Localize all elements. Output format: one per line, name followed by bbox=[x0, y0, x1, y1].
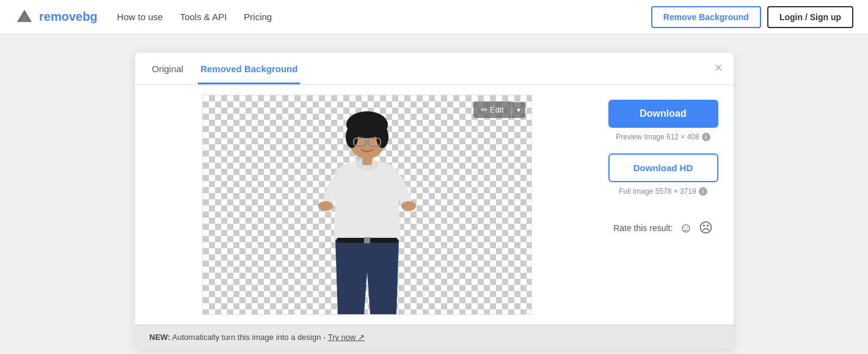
person-figure bbox=[300, 106, 434, 314]
download-hd-button[interactable]: Download HD bbox=[608, 153, 718, 182]
tab-removed-background[interactable]: Removed Background bbox=[198, 64, 300, 84]
rate-label: Rate this result: bbox=[613, 223, 673, 233]
card-body: ✏ Edit ▾ Download Preview Image 612 × 40… bbox=[135, 85, 734, 325]
person-svg bbox=[300, 106, 434, 314]
full-info-icon[interactable]: i bbox=[699, 187, 707, 196]
svg-point-4 bbox=[346, 126, 358, 148]
edit-button[interactable]: ✏ Edit bbox=[473, 101, 511, 118]
banner-text: Automatically turn this image into a des… bbox=[172, 333, 328, 342]
banner-try-now-link[interactable]: Try now ↗ bbox=[328, 333, 365, 342]
rate-happy-icon[interactable]: ☺ bbox=[679, 220, 692, 236]
nav-tools-api[interactable]: Tools & API bbox=[180, 12, 227, 22]
svg-rect-12 bbox=[362, 157, 372, 165]
preview-info-icon[interactable]: i bbox=[702, 133, 710, 141]
full-image-info: Full Image 5578 × 3719 i bbox=[619, 187, 707, 196]
image-container: ✏ Edit ▾ bbox=[202, 95, 532, 315]
header: removebg How to use Tools & API Pricing … bbox=[0, 0, 868, 34]
logo-text: removebg bbox=[39, 10, 98, 24]
right-panel: Download Preview Image 612 × 408 i Downl… bbox=[599, 85, 734, 325]
header-right: Remove Background Login / Sign up bbox=[651, 6, 853, 28]
remove-background-button[interactable]: Remove Background bbox=[651, 6, 761, 28]
tab-original[interactable]: Original bbox=[150, 64, 186, 84]
nav-pricing[interactable]: Pricing bbox=[244, 12, 272, 22]
bottom-banner: NEW: Automatically turn this image into … bbox=[135, 325, 734, 349]
rate-sad-icon[interactable]: ☹ bbox=[699, 220, 713, 236]
svg-point-11 bbox=[401, 201, 416, 211]
main-content: Original Removed Background × bbox=[0, 34, 868, 354]
login-signup-button[interactable]: Login / Sign up bbox=[767, 6, 853, 28]
header-left: removebg How to use Tools & API Pricing bbox=[15, 7, 272, 27]
download-button[interactable]: Download bbox=[608, 100, 718, 128]
logo-icon bbox=[15, 7, 34, 27]
banner-new-label: NEW: bbox=[150, 333, 170, 342]
tabs-bar: Original Removed Background × bbox=[135, 53, 734, 85]
result-card: Original Removed Background × bbox=[135, 53, 734, 349]
image-area: ✏ Edit ▾ bbox=[135, 85, 599, 325]
edit-dropdown-button[interactable]: ▾ bbox=[511, 102, 525, 118]
svg-point-5 bbox=[376, 126, 388, 148]
nav-how-to-use[interactable]: How to use bbox=[117, 12, 163, 22]
preview-info: Preview Image 612 × 408 i bbox=[616, 133, 710, 141]
svg-rect-14 bbox=[364, 237, 370, 243]
main-nav: How to use Tools & API Pricing bbox=[117, 12, 272, 22]
svg-point-10 bbox=[318, 201, 333, 211]
close-button[interactable]: × bbox=[715, 61, 723, 75]
rate-container: Rate this result: ☺ ☹ bbox=[613, 220, 713, 236]
edit-btn-container: ✏ Edit ▾ bbox=[473, 101, 525, 118]
logo[interactable]: removebg bbox=[15, 7, 98, 27]
